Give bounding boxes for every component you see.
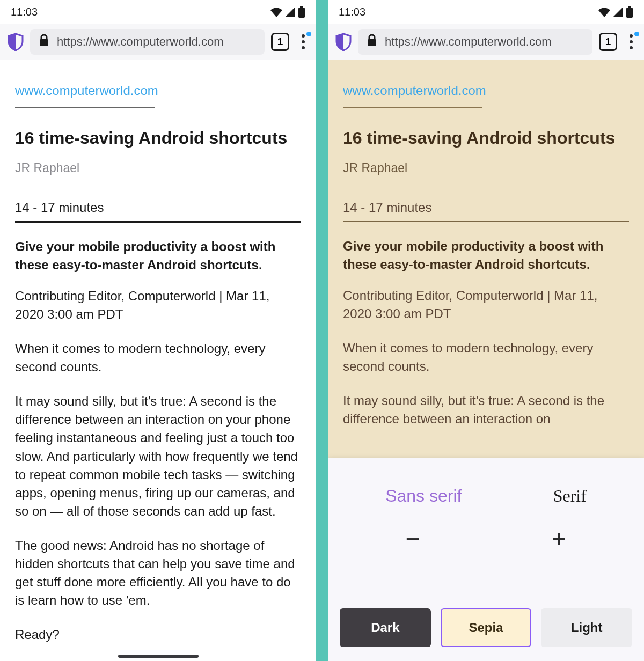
article-subhead: Give your mobile productivity a boost wi…	[343, 237, 629, 274]
tab-count-value: 1	[605, 36, 611, 48]
shield-icon[interactable]	[335, 33, 352, 51]
battery-icon	[298, 6, 305, 18]
url-bar[interactable]: https://www.computerworld.com	[30, 29, 265, 55]
read-time: 14 - 17 minutes	[343, 199, 629, 217]
article-paragraph: Ready?	[15, 626, 301, 644]
article-paragraph: It may sound silly, but it's true: A sec…	[15, 392, 301, 520]
decrease-font-button[interactable]: −	[406, 526, 420, 551]
url-text: https://www.computerworld.com	[385, 35, 552, 49]
svg-rect-1	[298, 8, 305, 18]
article-meta: Contributing Editor, Computerworld | Mar…	[15, 287, 301, 324]
reader-view[interactable]: www.computerworld.com 16 time-saving And…	[0, 60, 316, 661]
wifi-icon	[598, 6, 611, 17]
article-author: JR Raphael	[15, 159, 301, 177]
svg-rect-4	[626, 8, 633, 18]
svg-rect-2	[40, 39, 48, 46]
browser-toolbar: https://www.computerworld.com 1	[0, 24, 316, 60]
article-paragraph: It may sound silly, but it's true: A sec…	[343, 392, 629, 428]
theme-dark-button[interactable]: Dark	[340, 608, 431, 647]
home-indicator[interactable]	[118, 655, 199, 658]
browser-toolbar: https://www.computerworld.com 1	[328, 24, 644, 60]
svg-rect-3	[628, 6, 631, 8]
status-icons	[270, 6, 305, 18]
menu-button[interactable]	[296, 32, 311, 52]
notification-dot-icon	[306, 32, 311, 36]
status-bar: 11:03	[328, 0, 644, 24]
divider	[15, 221, 301, 223]
url-text: https://www.computerworld.com	[57, 35, 224, 49]
font-sans-serif-button[interactable]: Sans serif	[385, 486, 462, 506]
font-size-row: − +	[340, 517, 632, 560]
theme-label: Light	[571, 620, 603, 635]
status-bar: 11:03	[0, 0, 316, 24]
read-time: 14 - 17 minutes	[15, 199, 301, 217]
phone-screenshot-sepia: 11:03 https://www.computerworld.com 1	[328, 0, 644, 661]
article-paragraph: When it comes to modern technology, ever…	[15, 340, 301, 376]
svg-rect-0	[300, 6, 303, 8]
svg-rect-5	[368, 39, 376, 46]
theme-light-button[interactable]: Light	[541, 608, 632, 647]
theme-label: Sepia	[469, 620, 503, 635]
phone-screenshot-light: 11:03 https://www.computerworld.com 1	[0, 0, 316, 661]
article-paragraph: The good news: Android has no shortage o…	[15, 537, 301, 609]
reader-controls-panel: Sans serif Serif − + Dark Sepia Light	[328, 458, 644, 661]
divider	[15, 107, 155, 108]
tab-count-value: 1	[277, 36, 283, 48]
increase-font-button[interactable]: +	[552, 526, 566, 551]
notification-dot-icon	[634, 32, 639, 36]
site-link[interactable]: www.computerworld.com	[15, 82, 301, 100]
theme-label: Dark	[371, 620, 399, 635]
site-link[interactable]: www.computerworld.com	[343, 82, 629, 100]
theme-row: Dark Sepia Light	[340, 608, 632, 647]
battery-icon	[626, 6, 633, 18]
article-paragraph: When it comes to modern technology, ever…	[343, 339, 629, 376]
article-subhead: Give your mobile productivity a boost wi…	[15, 238, 301, 274]
tab-counter[interactable]: 1	[271, 33, 289, 51]
tab-counter[interactable]: 1	[599, 33, 617, 51]
status-time: 11:03	[11, 6, 38, 18]
article-meta: Contributing Editor, Computerworld | Mar…	[343, 287, 629, 323]
url-bar[interactable]: https://www.computerworld.com	[358, 29, 592, 55]
article-author: JR Raphael	[343, 159, 629, 177]
theme-sepia-button[interactable]: Sepia	[441, 608, 532, 647]
font-family-row: Sans serif Serif	[340, 474, 632, 517]
wifi-icon	[270, 6, 283, 17]
divider	[343, 221, 629, 222]
lock-icon	[367, 34, 377, 50]
cellular-icon	[613, 6, 624, 17]
status-time: 11:03	[339, 6, 365, 18]
cellular-icon	[285, 6, 296, 17]
divider	[343, 107, 482, 108]
status-icons	[598, 6, 633, 18]
font-serif-button[interactable]: Serif	[553, 486, 587, 506]
shield-icon[interactable]	[8, 33, 24, 51]
article-title: 16 time-saving Android shortcuts	[15, 128, 301, 149]
article-title: 16 time-saving Android shortcuts	[343, 128, 629, 149]
menu-button[interactable]	[624, 32, 639, 52]
lock-icon	[39, 34, 49, 50]
